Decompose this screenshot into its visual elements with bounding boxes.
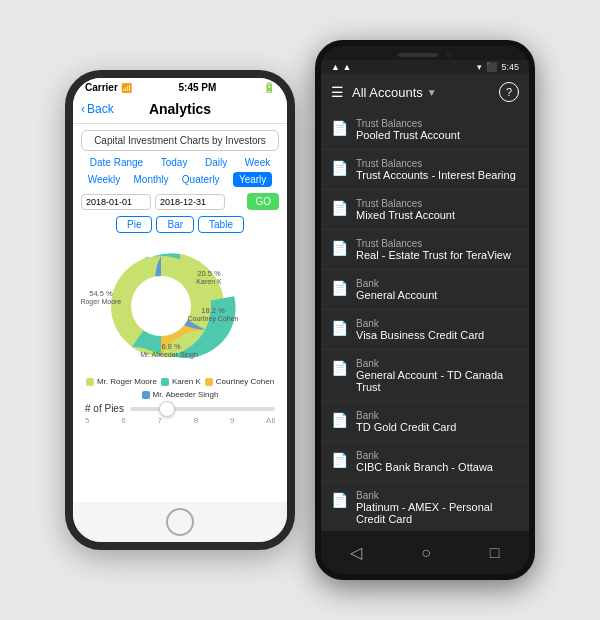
android-header: ☰ All Accounts ▼ ? (321, 74, 529, 110)
list-item-name: Pooled Trust Account (356, 129, 460, 141)
list-item[interactable]: 📄 Trust Balances Real - Estate Trust for… (321, 230, 529, 270)
back-button[interactable]: ‹ Back (81, 102, 114, 116)
ios-time: 5:45 PM (179, 82, 217, 93)
pies-label: # of Pies (85, 403, 124, 414)
list-item[interactable]: 📄 Trust Balances Mixed Trust Account (321, 190, 529, 230)
ios-content: Capital Investment Charts by Investors D… (73, 124, 287, 502)
list-item-name: Mixed Trust Account (356, 209, 455, 221)
monthly-button[interactable]: Monthly (134, 174, 169, 185)
list-item-text: Trust Balances Real - Estate Trust for T… (356, 238, 511, 261)
donut-chart: 54.5 % Mr. Roger Moore 20.5 % Karen K 18… (81, 241, 279, 371)
legend-label-karen: Karen K (172, 377, 201, 386)
list-item-name: Platinum - AMEX - Personal Credit Card (356, 501, 519, 525)
list-item-name: Real - Estate Trust for TeraView (356, 249, 511, 261)
today-button[interactable]: Today (161, 157, 188, 168)
list-item[interactable]: 📄 Bank General Account - TD Canada Trust (321, 350, 529, 402)
daily-button[interactable]: Daily (205, 157, 227, 168)
bar-button[interactable]: Bar (156, 216, 194, 233)
recent-nav-button[interactable]: □ (474, 540, 516, 566)
list-item-text: Trust Balances Trust Accounts - Interest… (356, 158, 516, 181)
list-item-category: Bank (356, 490, 519, 501)
svg-point-4 (131, 276, 191, 336)
account-selector[interactable]: All Accounts ▼ (352, 85, 491, 100)
home-button[interactable] (166, 508, 194, 536)
svg-text:54.5 %: 54.5 % (89, 289, 113, 298)
menu-icon[interactable]: ☰ (331, 84, 344, 100)
svg-text:Mr. Abeeder Singh: Mr. Abeeder Singh (140, 351, 198, 359)
list-item-name: Visa Business Credit Card (356, 329, 484, 341)
pie-button[interactable]: Pie (116, 216, 152, 233)
android-top-bar (321, 46, 529, 60)
date-range-row: Date Range Today Daily Week (81, 157, 279, 168)
donut-corrected: 54.5 % Mr. Roger Moore 20.5 % Karen K 18… (81, 241, 241, 371)
week-button[interactable]: Week (245, 157, 270, 168)
list-item-category: Bank (356, 318, 484, 329)
start-date-input[interactable] (81, 194, 151, 210)
yearly-button[interactable]: Yearly (233, 172, 272, 187)
go-button[interactable]: GO (247, 193, 279, 210)
svg-text:20.5 %: 20.5 % (197, 269, 221, 278)
list-item-text: Bank General Account - TD Canada Trust (356, 358, 519, 393)
list-item-text: Bank TD Gold Credit Card (356, 410, 456, 433)
weekly-button[interactable]: Weekly (88, 174, 121, 185)
list-item-text: Bank CIBC Bank Branch - Ottawa (356, 450, 493, 473)
slider-labels: 5 6 7 8 9 All (81, 414, 279, 427)
list-item[interactable]: 📄 Bank TD Gold Credit Card (321, 402, 529, 442)
list-item-category: Trust Balances (356, 238, 511, 249)
chart-type-row: Pie Bar Table (81, 216, 279, 233)
legend-abeeder: Mr. Abeeder Singh (142, 390, 219, 399)
back-nav-button[interactable]: ◁ (334, 539, 378, 566)
scene: Carrier 📶 5:45 PM 🔋 ‹ Back Analytics Cap… (45, 20, 555, 600)
list-item[interactable]: 📄 Trust Balances Pooled Trust Account (321, 110, 529, 150)
list-item-name: General Account - TD Canada Trust (356, 369, 519, 393)
quarterly-button[interactable]: Quaterly (182, 174, 220, 185)
dropdown-arrow-icon: ▼ (427, 87, 437, 98)
legend-label-roger: Mr. Roger Moore (97, 377, 157, 386)
end-date-input[interactable] (155, 194, 225, 210)
chart-title[interactable]: Capital Investment Charts by Investors (81, 130, 279, 151)
help-icon[interactable]: ? (499, 82, 519, 102)
ios-nav-bar: ‹ Back Analytics (73, 95, 287, 124)
list-item-category: Trust Balances (356, 198, 455, 209)
legend-courtney: Courtney Cohen (205, 377, 274, 386)
legend-dot-roger (86, 378, 94, 386)
legend-label-courtney: Courtney Cohen (216, 377, 274, 386)
list-item[interactable]: 📄 Bank Visa Business Credit Card (321, 310, 529, 350)
home-nav-button[interactable]: ○ (405, 540, 447, 566)
svg-text:6.8 %: 6.8 % (161, 342, 181, 351)
wifi-icon: 📶 (121, 83, 132, 93)
svg-text:18.2 %: 18.2 % (201, 306, 225, 315)
list-item[interactable]: 📄 Bank Platinum - AMEX - Personal Credit… (321, 482, 529, 531)
legend-dot-karen (161, 378, 169, 386)
battery-icon: 🔋 (263, 82, 275, 93)
wifi-status-icon: ▾ (477, 62, 482, 72)
list-item[interactable]: 📄 Trust Balances Trust Accounts - Intere… (321, 150, 529, 190)
legend-row: Mr. Roger Moore Karen K Courtney Cohen M… (81, 377, 279, 399)
list-item-icon: 📄 (331, 200, 348, 216)
list-item-category: Bank (356, 410, 456, 421)
ios-home-bar (73, 502, 287, 542)
slider-thumb[interactable] (159, 401, 175, 417)
battery-status-icon: ⬛ (486, 62, 497, 72)
legend-dot-abeeder (142, 391, 150, 399)
list-item-name: TD Gold Credit Card (356, 421, 456, 433)
legend-label-abeeder: Mr. Abeeder Singh (153, 390, 219, 399)
date-range-label[interactable]: Date Range (90, 157, 143, 168)
list-item[interactable]: 📄 Bank General Account (321, 270, 529, 310)
svg-text:Courtney Cohen: Courtney Cohen (188, 315, 239, 323)
list-item-icon: 📄 (331, 320, 348, 336)
pies-row: # of Pies (81, 403, 279, 414)
android-time: 5:45 (501, 62, 519, 72)
list-item[interactable]: 📄 Bank CIBC Bank Branch - Ottawa (321, 442, 529, 482)
list-item-name: Trust Accounts - Interest Bearing (356, 169, 516, 181)
ios-status-bar: Carrier 📶 5:45 PM 🔋 (73, 78, 287, 95)
date-input-row: GO (81, 193, 279, 210)
svg-text:Karen K: Karen K (196, 278, 222, 285)
table-button[interactable]: Table (198, 216, 244, 233)
list-item-icon: 📄 (331, 412, 348, 428)
legend-karen: Karen K (161, 377, 201, 386)
chevron-left-icon: ‹ (81, 102, 85, 116)
pies-slider[interactable] (130, 407, 275, 411)
list-item-icon: 📄 (331, 160, 348, 176)
list-item-text: Trust Balances Pooled Trust Account (356, 118, 460, 141)
